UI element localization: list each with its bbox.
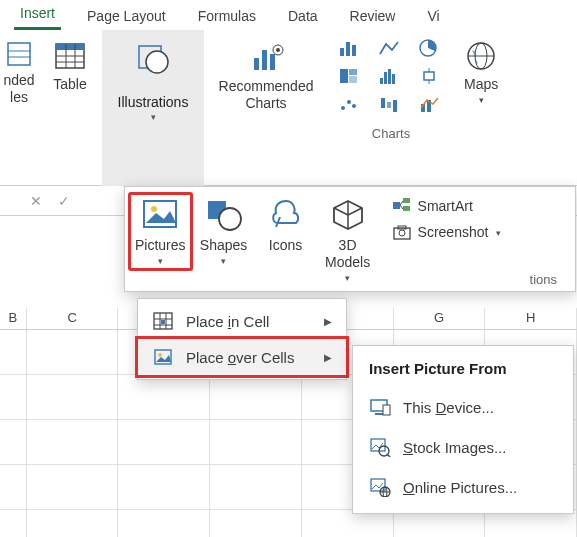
- smartart-button[interactable]: SmartArt: [390, 193, 504, 219]
- stock-images-item[interactable]: Stock Images...Stock Images...: [353, 427, 573, 467]
- online-pictures-item[interactable]: Online Pictures...Online Pictures...: [353, 467, 573, 507]
- group-maps: Maps ▾: [454, 30, 508, 185]
- place-in-cell-label: Place in CellPlace in Cell: [186, 313, 269, 330]
- svg-rect-18: [352, 45, 356, 56]
- online-pictures-label: Online Pictures...Online Pictures...: [403, 479, 517, 496]
- recommended-charts-button[interactable]: Recommended Charts: [206, 36, 326, 116]
- 3d-models-button[interactable]: 3D Models ▾: [318, 193, 378, 287]
- chevron-down-icon: ▾: [151, 112, 156, 122]
- 3d-models-label: 3D Models: [325, 237, 370, 271]
- svg-rect-17: [346, 42, 350, 56]
- submenu-arrow-icon: ▶: [324, 352, 332, 363]
- group-table: Table: [38, 30, 102, 185]
- svg-rect-0: [8, 43, 30, 65]
- maps-button[interactable]: Maps ▾: [456, 36, 506, 109]
- table-label: Table: [53, 76, 86, 93]
- place-over-cells-item[interactable]: Place over CellsPlace over Cells ▶: [138, 339, 346, 375]
- tab-data[interactable]: Data: [282, 4, 324, 30]
- online-pictures-icon: [369, 477, 391, 497]
- stock-images-icon: [369, 437, 391, 457]
- cube-icon: [328, 197, 368, 233]
- illustrations-group-label-fragment: tions: [530, 272, 557, 287]
- svg-rect-20: [340, 69, 348, 83]
- chart-line-button[interactable]: [374, 36, 404, 60]
- svg-rect-22: [349, 76, 357, 83]
- chart-boxwhisker-button[interactable]: [414, 64, 444, 88]
- chart-column-button[interactable]: [334, 36, 364, 60]
- icons-button[interactable]: Icons: [256, 193, 316, 258]
- shapes-label: Shapes: [200, 237, 247, 254]
- place-over-cells-label: Place over CellsPlace over Cells: [186, 349, 294, 366]
- recommended-tables-label: nded les: [3, 72, 34, 106]
- svg-rect-25: [388, 69, 391, 84]
- svg-rect-63: [383, 405, 390, 415]
- shapes-icon: [204, 197, 244, 233]
- illustrations-icon: [133, 40, 173, 80]
- chart-treemap-button[interactable]: [334, 64, 364, 88]
- svg-rect-16: [340, 48, 344, 56]
- chart-combo-button[interactable]: [414, 92, 444, 116]
- flyout-title: Insert Picture From: [353, 354, 573, 387]
- worksheet-row: [0, 510, 577, 537]
- svg-rect-46: [403, 198, 410, 203]
- svg-point-42: [151, 206, 157, 212]
- enter-icon[interactable]: ✓: [58, 193, 70, 209]
- table-icon: [52, 40, 88, 72]
- svg-point-30: [341, 106, 345, 110]
- svg-rect-21: [349, 69, 357, 75]
- place-in-cell-item[interactable]: Place in CellPlace in Cell ▶: [138, 303, 346, 339]
- col-header[interactable]: B: [0, 308, 27, 329]
- col-header[interactable]: C: [27, 308, 119, 329]
- tab-review[interactable]: Review: [344, 4, 402, 30]
- svg-line-48: [400, 201, 403, 205]
- icons-label: Icons: [269, 237, 302, 254]
- svg-line-49: [400, 205, 403, 209]
- this-device-item[interactable]: This Device...This Device...: [353, 387, 573, 427]
- col-header[interactable]: H: [485, 308, 577, 329]
- chevron-down-icon: ▾: [221, 256, 226, 266]
- illustrations-dropdown: Pictures ▾ Shapes ▾ Icons 3D Models ▾ Sm…: [124, 186, 576, 292]
- group-recommended-tables: nded les: [0, 30, 38, 185]
- shapes-button[interactable]: Shapes ▾: [194, 193, 254, 270]
- svg-rect-24: [384, 72, 387, 84]
- svg-point-44: [219, 208, 241, 230]
- recommended-tables-button[interactable]: nded les: [1, 36, 37, 110]
- camera-icon: [392, 223, 412, 241]
- illustrations-button[interactable]: Illustrations ▾: [102, 30, 204, 186]
- tab-page-layout[interactable]: Page Layout: [81, 4, 172, 30]
- chevron-down-icon: ▾: [345, 273, 350, 283]
- screenshot-label: Screenshot: [418, 224, 489, 240]
- table-button[interactable]: Table: [40, 36, 100, 97]
- tab-formulas[interactable]: Formulas: [192, 4, 262, 30]
- svg-rect-45: [393, 202, 400, 209]
- chart-waterfall-button[interactable]: [374, 92, 404, 116]
- submenu-arrow-icon: ▶: [324, 316, 332, 327]
- svg-rect-23: [380, 78, 383, 84]
- globe-icon: [464, 40, 498, 72]
- chart-pie-button[interactable]: [414, 36, 444, 60]
- place-in-cell-icon: [152, 311, 174, 331]
- screenshot-button[interactable]: Screenshot ▾: [390, 219, 504, 245]
- cancel-icon[interactable]: ✕: [30, 193, 42, 209]
- col-header[interactable]: G: [394, 308, 486, 329]
- chevron-down-icon: ▾: [158, 256, 163, 266]
- pictures-submenu: Place in CellPlace in Cell ▶ Place over …: [137, 298, 347, 380]
- chart-scatter-button[interactable]: [334, 92, 364, 116]
- ribbon-tabs: Insert Page Layout Formulas Data Review …: [0, 0, 577, 30]
- svg-point-60: [158, 353, 162, 357]
- svg-point-10: [146, 51, 168, 73]
- device-icon: [369, 397, 391, 417]
- chevron-down-icon: ▾: [496, 228, 501, 238]
- svg-point-31: [347, 100, 351, 104]
- recommended-charts-label: Recommended Charts: [219, 78, 314, 112]
- maps-label: Maps: [464, 76, 498, 93]
- tab-view[interactable]: Vi: [421, 4, 445, 30]
- svg-rect-35: [393, 100, 397, 112]
- pictures-button[interactable]: Pictures ▾: [129, 193, 192, 270]
- pictures-label: Pictures: [135, 237, 186, 254]
- chart-histogram-button[interactable]: [374, 64, 404, 88]
- svg-rect-4: [56, 44, 84, 50]
- tab-insert[interactable]: Insert: [14, 1, 61, 30]
- svg-rect-33: [381, 98, 385, 108]
- svg-point-15: [276, 48, 280, 52]
